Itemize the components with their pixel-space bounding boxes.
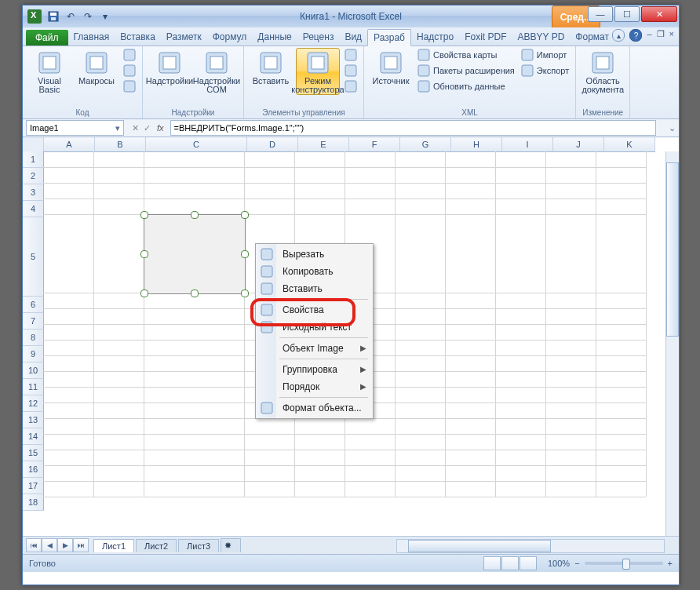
zoom-out-button[interactable]: −: [574, 559, 579, 568]
row-header[interactable]: 5: [23, 217, 44, 297]
new-sheet-button[interactable]: ✸: [221, 538, 241, 552]
file-tab[interactable]: Файл: [26, 30, 68, 46]
design-button[interactable]: Режимконструктора: [296, 48, 340, 95]
row-header[interactable]: 12: [23, 395, 44, 412]
vertical-scrollbar[interactable]: [665, 151, 679, 536]
page-layout-view-button[interactable]: [501, 556, 519, 570]
vb-button[interactable]: VisualBasic: [27, 48, 71, 95]
column-header[interactable]: C: [146, 137, 247, 152]
row-header[interactable]: 6: [23, 297, 44, 313]
security-button[interactable]: [122, 79, 137, 93]
props-button[interactable]: [343, 48, 359, 62]
ribbon-tab[interactable]: Вставка: [115, 29, 161, 46]
column-header[interactable]: E: [298, 137, 349, 152]
ribbon-tab[interactable]: Надстро: [411, 29, 459, 46]
expand-formula-bar-icon[interactable]: ⌄: [669, 123, 676, 133]
sheet-tab[interactable]: Лист1: [93, 539, 134, 552]
expansion-button[interactable]: Пакеты расширения: [416, 64, 516, 78]
first-sheet-button[interactable]: ⏮: [26, 538, 42, 552]
sheet-tab[interactable]: Лист3: [178, 539, 219, 552]
qat-dropdown-icon[interactable]: ▾: [98, 9, 112, 24]
docpanel-button[interactable]: Областьдокумента: [581, 48, 625, 95]
formula-input[interactable]: =ВНЕДРИТЬ("Forms.Image.1";""): [170, 120, 656, 136]
ribbon-tab[interactable]: Формул: [207, 29, 253, 46]
column-header[interactable]: K: [604, 137, 655, 152]
row-header[interactable]: 7: [23, 313, 44, 330]
row-header[interactable]: 9: [23, 346, 44, 362]
export-button[interactable]: Экспорт: [520, 64, 571, 78]
ribbon-tab[interactable]: ABBYY PD: [512, 29, 571, 46]
comaddin-button[interactable]: НадстройкиCOM: [195, 48, 239, 95]
column-header[interactable]: J: [553, 137, 604, 152]
help-button[interactable]: ?: [629, 29, 642, 42]
source-button[interactable]: Источник: [369, 48, 413, 86]
last-sheet-button[interactable]: ⏭: [73, 538, 89, 552]
import-button[interactable]: Импорт: [520, 48, 571, 62]
doc-minimize-icon[interactable]: –: [647, 29, 651, 42]
row-header[interactable]: 17: [23, 478, 44, 494]
row-header[interactable]: 14: [23, 428, 44, 445]
next-sheet-button[interactable]: ▶: [57, 538, 73, 552]
ribbon-tab[interactable]: Главная: [68, 29, 115, 46]
column-header[interactable]: A: [44, 137, 95, 152]
redo-icon[interactable]: ↷: [81, 9, 95, 24]
ribbon-tab[interactable]: Реценз: [297, 29, 340, 46]
page-break-view-button[interactable]: [520, 556, 537, 570]
context-menu-item[interactable]: Вставить: [257, 280, 371, 297]
select-all-corner[interactable]: [23, 137, 44, 152]
undo-icon[interactable]: ↶: [64, 9, 78, 24]
context-menu-item[interactable]: Группировка▶: [257, 361, 371, 378]
prev-sheet-button[interactable]: ◀: [42, 538, 57, 552]
minimize-button[interactable]: —: [588, 6, 613, 22]
horizontal-scrollbar[interactable]: [396, 539, 665, 553]
name-box[interactable]: Image1 ▾: [26, 120, 124, 136]
addin-button[interactable]: Надстройки: [148, 48, 191, 86]
insert-button[interactable]: Вставить: [249, 48, 293, 86]
context-menu-item[interactable]: Объект Image▶: [257, 340, 371, 357]
column-header[interactable]: F: [349, 137, 400, 152]
macros-button[interactable]: Макросы: [75, 48, 118, 86]
context-menu-item[interactable]: Свойства: [257, 301, 371, 319]
ribbon-tab[interactable]: Foxit PDF: [459, 29, 512, 46]
context-menu-item[interactable]: Вырезать: [257, 246, 371, 263]
normal-view-button[interactable]: [483, 556, 501, 570]
row-header[interactable]: 10: [23, 362, 44, 379]
column-header[interactable]: G: [400, 137, 451, 152]
save-icon[interactable]: [46, 9, 60, 24]
rundlg-button[interactable]: [343, 79, 359, 93]
doc-restore-icon[interactable]: ❐: [657, 29, 665, 42]
zoom-slider[interactable]: [585, 562, 663, 565]
cancel-formula-icon[interactable]: ✕: [132, 123, 139, 133]
row-header[interactable]: 4: [23, 201, 44, 217]
context-menu-item[interactable]: Формат объекта...: [257, 399, 371, 417]
row-header[interactable]: 18: [23, 494, 44, 511]
record-button[interactable]: [122, 48, 137, 62]
zoom-in-button[interactable]: +: [668, 559, 673, 568]
fx-icon[interactable]: fx: [157, 123, 164, 133]
column-header[interactable]: H: [451, 137, 502, 152]
close-button[interactable]: ✕: [641, 6, 677, 22]
doc-close-icon[interactable]: ×: [669, 29, 674, 42]
row-header[interactable]: 3: [23, 184, 44, 201]
row-header[interactable]: 8: [23, 330, 44, 346]
mapprops-button[interactable]: Свойства карты: [416, 48, 516, 62]
minimize-ribbon-button[interactable]: ▴: [612, 29, 625, 42]
worksheet-grid[interactable]: ABCDEFGHIJK 123456789101112131415161718 …: [23, 137, 679, 536]
ribbon-tab[interactable]: Формат: [570, 29, 614, 46]
name-box-dropdown-icon[interactable]: ▾: [115, 123, 120, 133]
relref-button[interactable]: [122, 64, 137, 78]
column-header[interactable]: I: [502, 137, 553, 152]
row-header[interactable]: 13: [23, 412, 44, 428]
column-header[interactable]: B: [95, 137, 146, 152]
row-header[interactable]: 1: [23, 151, 44, 168]
image-control-object[interactable]: [144, 214, 246, 294]
context-menu-item[interactable]: Исходный текст: [257, 319, 371, 336]
ribbon-tab[interactable]: Вид: [339, 29, 367, 46]
column-header[interactable]: D: [247, 137, 298, 152]
enter-formula-icon[interactable]: ✓: [144, 123, 151, 133]
row-header[interactable]: 15: [23, 445, 44, 461]
viewcode-button[interactable]: [343, 64, 359, 78]
row-header[interactable]: 2: [23, 168, 44, 184]
context-menu-item[interactable]: Копировать: [257, 263, 371, 280]
context-menu-item[interactable]: Порядок▶: [257, 378, 371, 395]
